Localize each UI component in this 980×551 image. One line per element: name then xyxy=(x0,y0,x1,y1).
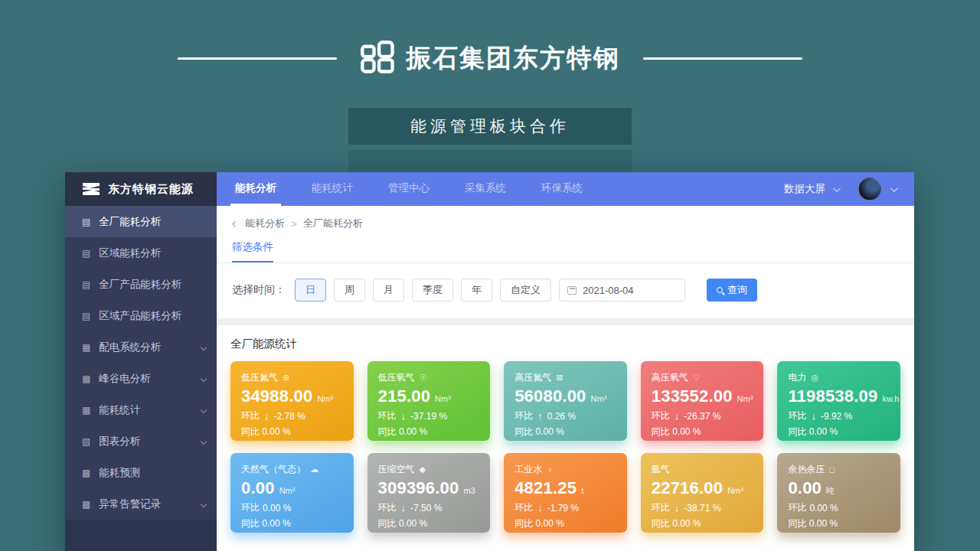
right-divider-line xyxy=(643,57,802,60)
meter-icon: ▤ xyxy=(82,311,90,321)
card-value: 1198538.09 xyxy=(788,386,877,406)
user-avatar[interactable] xyxy=(858,178,881,201)
date-picker-input[interactable]: 2021-08-04 xyxy=(559,279,685,302)
sidebar-item-region-product-energy[interactable]: ▤ 区域产品能耗分析 xyxy=(65,300,217,331)
nav-tab-collection-system[interactable]: 采集系统 xyxy=(460,172,511,206)
chart-icon: ▧ xyxy=(82,436,90,447)
card-value: 309396.00 xyxy=(378,478,459,498)
energy-stat-card: 天然气（气态）☁0.00Nm³环比0.00 %同比 0.00 % xyxy=(230,453,354,533)
app-header: 东方特钢云能源 能耗分析 能耗统计 管理中心 采集系统 环保系统 数据大屏 xyxy=(65,172,914,206)
back-arrow-icon[interactable]: ‹ xyxy=(232,219,236,228)
card-mom-row: 环比↓-9.92 % xyxy=(788,409,890,422)
sidebar-item-plant-energy-analysis[interactable]: ▤ 全厂能耗分析 xyxy=(65,206,217,237)
sidebar-item-peak-valley-power[interactable]: ▦ 峰谷电分析 xyxy=(65,363,217,394)
nav-tab-energy-analysis[interactable]: 能耗分析 xyxy=(230,172,281,206)
card-energy-name: 氩气 xyxy=(652,463,753,476)
time-option-week[interactable]: 周 xyxy=(334,279,365,302)
tab-filter-conditions[interactable]: 筛选条件 xyxy=(232,240,273,262)
card-mom-row: 环比↓-7.50 % xyxy=(378,501,480,514)
chevron-down-icon[interactable] xyxy=(890,184,898,192)
card-energy-name: 余热余压□ xyxy=(788,463,890,476)
nav-tab-management-center[interactable]: 管理中心 xyxy=(384,172,434,206)
energy-stat-card: 余热余压□0.00吨环比0.00 %同比 0.00 % xyxy=(777,453,900,533)
card-yoy-row: 同比 0.00 % xyxy=(241,425,343,439)
card-unit: Nm³ xyxy=(435,394,451,403)
section-subtitle-banner: 能源管理板块合作 xyxy=(348,108,632,145)
energy-type-icon: ♡ xyxy=(693,373,701,383)
query-button[interactable]: 查询 xyxy=(707,279,757,302)
energy-stat-card: 低压氮气⊕34988.00Nm³环比↓-2.78 %同比 0.00 % xyxy=(230,361,354,441)
arrow-down-icon: ↓ xyxy=(537,502,543,514)
sidebar-footer xyxy=(65,520,217,551)
sidebar-item-label: 区域能耗分析 xyxy=(99,246,161,260)
panel-icon: ▦ xyxy=(82,342,90,353)
card-unit: Nm³ xyxy=(737,394,753,403)
arrow-down-icon: ↓ xyxy=(401,410,407,422)
energy-type-icon: ⊕ xyxy=(283,373,289,383)
energy-stat-card: 工业水♀4821.25t环比↓-1.79 %同比 0.00 % xyxy=(504,453,627,533)
nav-tab-energy-statistics[interactable]: 能耗统计 xyxy=(307,172,358,206)
sidebar-item-alarm-records[interactable]: ▩ 异常告警记录 xyxy=(65,488,217,520)
stats-panel: 全厂能源统计 低压氮气⊕34988.00Nm³环比↓-2.78 %同比 0.00… xyxy=(217,325,914,551)
time-option-year[interactable]: 年 xyxy=(461,279,492,302)
dashboard-window: 东方特钢云能源 能耗分析 能耗统计 管理中心 采集系统 环保系统 数据大屏 xyxy=(65,172,914,551)
card-unit: 吨 xyxy=(826,485,835,497)
meter-icon: ▤ xyxy=(82,248,90,259)
sidebar-item-label: 区域产品能耗分析 xyxy=(99,309,181,323)
sidebar-item-energy-statistics[interactable]: ▦ 能耗统计 xyxy=(65,394,217,425)
chevron-down-icon xyxy=(201,375,207,381)
sidebar-item-region-energy-analysis[interactable]: ▤ 区域能耗分析 xyxy=(65,237,217,269)
energy-type-icon: ☉ xyxy=(420,373,427,383)
sidebar-item-power-distribution[interactable]: ▦ 配电系统分析 xyxy=(65,331,217,363)
card-yoy-row: 同比 0.00 % xyxy=(241,517,343,530)
sidebar-item-label: 图表分析 xyxy=(99,435,140,448)
data-screen-link[interactable]: 数据大屏 xyxy=(784,182,825,196)
arrow-down-icon: ↓ xyxy=(264,410,270,422)
energy-type-icon: ◎ xyxy=(811,373,818,383)
meter-icon: ▤ xyxy=(82,279,90,290)
card-yoy-row: 同比 0.00 % xyxy=(514,517,616,530)
card-mom-row: 环比↓-2.78 % xyxy=(241,409,343,422)
page-background: 振石集团东方特钢 能源管理板块合作 东方特钢云能源 能耗分析 能耗统计 管理中心… xyxy=(0,0,980,551)
energy-stat-card: 高压氮气⊠56080.00Nm³环比↑0.26 %同比 0.00 % xyxy=(504,361,627,441)
chevron-down-icon xyxy=(201,438,207,444)
sidebar-item-energy-forecast[interactable]: ▩ 能耗预测 xyxy=(65,457,217,488)
chevron-down-icon[interactable] xyxy=(833,184,841,192)
calendar-icon xyxy=(567,286,577,295)
chevron-down-icon xyxy=(201,406,207,412)
time-option-day[interactable]: 日 xyxy=(295,279,326,302)
card-value: 133552.00 xyxy=(652,386,733,406)
chevron-down-icon xyxy=(201,500,207,507)
energy-stat-card: 低压氧气☉215.00Nm³环比↓-37.19 %同比 0.00 % xyxy=(368,361,491,441)
group-grid-icon xyxy=(360,40,397,77)
arrow-down-icon: ↓ xyxy=(675,502,680,514)
card-value: 56080.00 xyxy=(514,386,586,406)
sidebar: ▤ 全厂能耗分析 ▤ 区域能耗分析 ▤ 全厂产品能耗分析 ▤ 区域产品能耗分析 … xyxy=(65,206,217,551)
card-value: 34988.00 xyxy=(241,386,312,406)
card-mom-row: 环比↓-26.37 % xyxy=(652,409,753,422)
breadcrumb-parent[interactable]: 能耗分析 xyxy=(245,217,285,230)
app-logo-cell[interactable]: 东方特钢云能源 xyxy=(65,172,217,206)
time-option-custom[interactable]: 自定义 xyxy=(500,279,551,302)
chevron-down-icon xyxy=(201,344,207,350)
sidebar-item-chart-analysis[interactable]: ▧ 图表分析 xyxy=(65,425,217,457)
sidebar-item-label: 能耗预测 xyxy=(99,466,140,480)
card-value: 4821.25 xyxy=(514,478,577,498)
card-unit: Nm³ xyxy=(727,486,743,495)
time-select-label: 选择时间： xyxy=(232,283,286,297)
meter-icon: ▤ xyxy=(82,217,90,227)
card-energy-name: 电力◎ xyxy=(788,371,890,384)
logo-z-icon xyxy=(82,181,100,197)
card-energy-name: 低压氧气☉ xyxy=(378,371,480,384)
time-option-quarter[interactable]: 季度 xyxy=(412,279,453,302)
card-value: 0.00 xyxy=(241,478,275,498)
breadcrumb-separator: > xyxy=(291,218,297,230)
time-option-month[interactable]: 月 xyxy=(373,279,404,302)
sidebar-item-plant-product-energy[interactable]: ▤ 全厂产品能耗分析 xyxy=(65,269,217,300)
search-icon xyxy=(717,287,723,293)
energy-cards-grid: 低压氮气⊕34988.00Nm³环比↓-2.78 %同比 0.00 %低压氧气☉… xyxy=(230,361,900,533)
filter-panel: ‹ 能耗分析 > 全厂能耗分析 筛选条件 选择时间： 日 周 月 季度 xyxy=(217,206,914,318)
card-mom-row: 环比0.00 % xyxy=(241,501,343,514)
arrow-down-icon: ↓ xyxy=(401,502,407,514)
nav-tab-environment-system[interactable]: 环保系统 xyxy=(537,172,587,206)
